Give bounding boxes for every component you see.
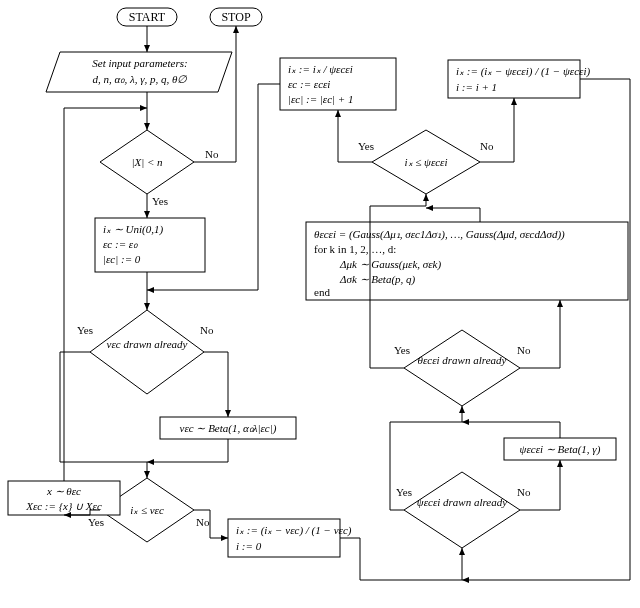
- svg-marker-12: [404, 330, 520, 406]
- left-update-node: iₓ := iₓ / ψεcεi εc := εcεi |εc| := |εc|…: [280, 58, 396, 110]
- no-label-4: No: [517, 486, 531, 498]
- svg-marker-5: [90, 310, 204, 394]
- params-vars: d, n, α₀, λ, γ, p, q, θ∅: [93, 73, 188, 85]
- cond-theta: θεcεi drawn already: [404, 330, 520, 406]
- cond-psi-label: ψεcεi drawn already: [417, 496, 507, 508]
- no-label-6: No: [480, 140, 494, 152]
- sample-x-l1: x ∼ θεc: [46, 485, 81, 497]
- params-node: Set input parameters: d, n, α₀, λ, γ, p,…: [46, 52, 232, 92]
- yes-label-5: Yes: [394, 344, 410, 356]
- right-update-node: iₓ := (iₓ − ψεcεi) / (1 − ψεcεi) i := i …: [448, 60, 590, 98]
- start-node: START: [117, 8, 177, 26]
- edge: [204, 352, 228, 417]
- theta-l4: Δσk ∼ Beta(p, q): [339, 273, 416, 286]
- psi-draw-label: ψεcεi ∼ Beta(1, γ): [520, 443, 601, 456]
- ix-update-node: iₓ := (iₓ − νεc) / (1 − νεc) i := 0: [228, 519, 352, 557]
- no-label-3: No: [196, 516, 210, 528]
- psi-draw-node: ψεcεi ∼ Beta(1, γ): [504, 438, 616, 460]
- cond-ix-psi: iₓ ≤ ψεcεi: [372, 130, 480, 194]
- ix-init-l3: |εc| := 0: [103, 253, 141, 265]
- no-label-2: No: [200, 324, 214, 336]
- ix-init-l2: εc := ε₀: [103, 238, 138, 250]
- theta-l3: Δμk ∼ Gauss(μεk, σεk): [339, 258, 441, 271]
- lu-l2: εc := εcεi: [288, 78, 330, 90]
- yes-label-6: Yes: [358, 140, 374, 152]
- edge: [520, 460, 560, 510]
- theta-block: θεcεi = (Gauss(Δμ₁, σεc1Δσ₁), …, Gauss(Δ…: [306, 222, 628, 300]
- ix-update-l1: iₓ := (iₓ − νεc) / (1 − νεc): [236, 524, 352, 537]
- flowchart-canvas: START STOP Set input parameters: d, n, α…: [0, 0, 640, 608]
- cond-ix-nu-label: iₓ ≤ νεc: [130, 504, 164, 516]
- no-label-5: No: [517, 344, 531, 356]
- cond-psi: ψεcεi drawn already: [404, 472, 520, 548]
- edge: [426, 208, 480, 222]
- yes-label-3: Yes: [88, 516, 104, 528]
- edge: [462, 422, 560, 438]
- edge: [520, 300, 560, 368]
- cond-ix-psi-label: iₓ ≤ ψεcεi: [404, 156, 447, 168]
- nu-draw-node: νεc ∼ Beta(1, α₀λ|εc|): [160, 417, 296, 439]
- cond-nu-l1: νεc drawn already: [107, 338, 188, 350]
- lu-l1: iₓ := iₓ / ψεcεi: [288, 63, 353, 75]
- cond-size-label: |X| < n: [131, 156, 163, 168]
- cond-theta-label: θεcεi drawn already: [418, 354, 507, 366]
- yes-label-4: Yes: [396, 486, 412, 498]
- ru-l2: i := i + 1: [456, 81, 497, 93]
- edge: [147, 439, 228, 462]
- edge: [340, 538, 462, 580]
- cond-nu: νεc drawn already: [90, 310, 204, 394]
- theta-l1: θεcεi = (Gauss(Δμ₁, σεc1Δσ₁), …, Gauss(Δ…: [314, 228, 565, 241]
- ru-l1: iₓ := (iₓ − ψεcεi) / (1 − ψεcεi): [456, 65, 590, 78]
- edge: [338, 110, 372, 162]
- lu-l3: |εc| := |εc| + 1: [288, 93, 354, 105]
- stop-label: STOP: [221, 10, 250, 24]
- nu-draw-label: νεc ∼ Beta(1, α₀λ|εc|): [180, 422, 277, 435]
- params-title: Set input parameters:: [92, 57, 187, 69]
- cond-size: |X| < n: [100, 130, 194, 194]
- ix-init-node: iₓ ∼ Uni(0,1) εc := ε₀ |εc| := 0: [95, 218, 205, 272]
- theta-l2: for k in 1, 2, …, d:: [314, 243, 396, 255]
- theta-l5: end: [314, 286, 330, 298]
- ix-update-l2: i := 0: [236, 540, 262, 552]
- svg-marker-10: [404, 472, 520, 548]
- edge: [194, 26, 236, 162]
- start-label: START: [129, 10, 166, 24]
- stop-node: STOP: [210, 8, 262, 26]
- yes-label: Yes: [152, 195, 168, 207]
- yes-label-2: Yes: [77, 324, 93, 336]
- edge: [480, 98, 514, 162]
- sample-x-node: x ∼ θεc Xεc := {x} ∪ Xεc: [8, 481, 120, 515]
- ix-init-l1: iₓ ∼ Uni(0,1): [103, 223, 163, 236]
- no-label: No: [205, 148, 219, 160]
